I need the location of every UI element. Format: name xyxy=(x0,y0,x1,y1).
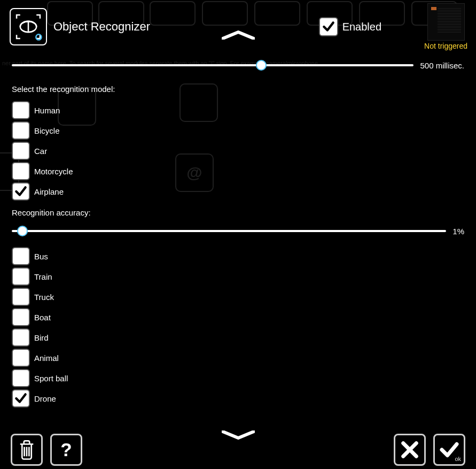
model-row-airplane[interactable]: Airplane xyxy=(12,182,464,201)
interval-slider[interactable] xyxy=(12,59,413,72)
status-text: Not triggered xyxy=(424,42,467,50)
header-bar: Object Recognizer Enabled Not triggered xyxy=(0,0,476,53)
model-checkbox-airplane[interactable] xyxy=(12,182,30,201)
model-row-truck[interactable]: Truck xyxy=(12,288,464,306)
interval-slider-value: 500 millisec. xyxy=(420,61,464,70)
enabled-toggle[interactable]: Enabled xyxy=(319,17,381,36)
model-row-bicycle[interactable]: Bicycle xyxy=(12,121,464,140)
model-label-animal: Animal xyxy=(34,353,59,363)
status-block: Not triggered xyxy=(424,3,467,50)
model-checkbox-sport-ball[interactable] xyxy=(12,369,30,387)
help-button[interactable]: ? xyxy=(50,434,82,466)
model-checkbox-truck[interactable] xyxy=(12,288,30,306)
model-row-animal[interactable]: Animal xyxy=(12,349,464,367)
model-label-truck: Truck xyxy=(34,293,54,302)
model-row-bird[interactable]: Bird xyxy=(12,328,464,347)
model-label-airplane: Airplane xyxy=(34,187,64,196)
model-checkbox-human[interactable] xyxy=(12,101,30,119)
model-checkbox-boat[interactable] xyxy=(12,308,30,326)
accuracy-slider[interactable] xyxy=(12,225,446,237)
status-preview-image xyxy=(427,3,465,41)
ok-button[interactable]: ok xyxy=(433,434,465,466)
model-checkbox-motorcycle[interactable] xyxy=(12,162,30,180)
model-row-boat[interactable]: Boat xyxy=(12,308,464,326)
svg-text:?: ? xyxy=(60,439,72,460)
model-label-bus: Bus xyxy=(34,252,48,261)
footer-bar: ? ok xyxy=(0,430,476,469)
ok-button-label: ok xyxy=(455,456,461,462)
model-label-sport-ball: Sport ball xyxy=(34,374,68,383)
model-checkbox-animal[interactable] xyxy=(12,349,30,367)
model-row-car[interactable]: Car xyxy=(12,142,464,160)
model-label-bicycle: Bicycle xyxy=(34,126,60,135)
model-row-train[interactable]: Train xyxy=(12,267,464,286)
model-checkbox-train[interactable] xyxy=(12,267,30,286)
accuracy-slider-row: 1% xyxy=(12,225,464,237)
settings-panel: 500 millisec. Select the recognition mod… xyxy=(0,59,476,408)
cancel-button[interactable] xyxy=(394,434,426,466)
model-row-human[interactable]: Human xyxy=(12,101,464,119)
model-checkbox-drone[interactable] xyxy=(12,389,30,408)
interval-slider-row: 500 millisec. xyxy=(12,59,464,72)
model-label-drone: Drone xyxy=(34,394,56,403)
model-label-boat: Boat xyxy=(34,313,51,322)
model-checkbox-bicycle[interactable] xyxy=(12,121,30,140)
delete-button[interactable] xyxy=(11,434,43,466)
model-label-motorcycle: Motorcycle xyxy=(34,167,73,176)
model-label-train: Train xyxy=(34,272,52,281)
object-recognizer-icon xyxy=(10,8,47,45)
model-checkbox-bird[interactable] xyxy=(12,328,30,347)
model-label-human: Human xyxy=(34,106,60,115)
accuracy-section-label: Recognition accuracy: xyxy=(12,208,464,217)
model-checkbox-bus[interactable] xyxy=(12,247,30,265)
model-checkbox-car[interactable] xyxy=(12,142,30,160)
header-title: Object Recognizer xyxy=(53,20,150,34)
model-section-label: Select the recognition model: xyxy=(12,84,464,94)
model-row-motorcycle[interactable]: Motorcycle xyxy=(12,162,464,180)
accuracy-slider-value: 1% xyxy=(452,227,464,236)
enabled-label: Enabled xyxy=(342,21,381,33)
model-label-bird: Bird xyxy=(34,333,49,342)
model-row-sport-ball[interactable]: Sport ball xyxy=(12,369,464,387)
model-row-drone[interactable]: Drone xyxy=(12,389,464,408)
model-row-bus[interactable]: Bus xyxy=(12,247,464,265)
model-label-car: Car xyxy=(34,147,47,156)
enabled-checkbox[interactable] xyxy=(319,17,338,36)
